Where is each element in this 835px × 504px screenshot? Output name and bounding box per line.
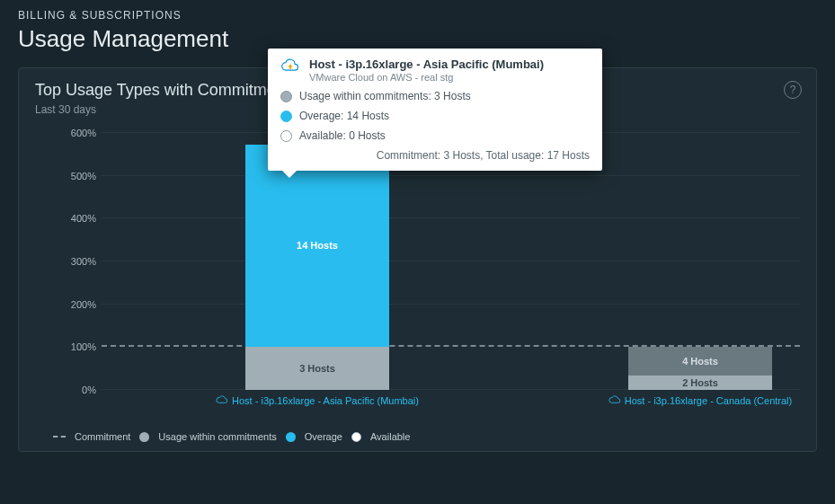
tooltip-title: Host - i3p.16xlarge - Asia Pacific (Mumb…: [309, 57, 544, 71]
bar-canada[interactable]: 4 Hosts 2 Hosts Host - i3p.16xlarge - Ca…: [628, 347, 772, 390]
tooltip-footer: Commitment: 3 Hosts, Total usage: 17 Hos…: [280, 149, 590, 162]
ytick-600: 600%: [53, 128, 96, 138]
chart-area: 0% 100% 200% 300% 400% 500% 600% 14 Hos: [53, 133, 800, 404]
tooltip-available-text: Available: 0 Hosts: [299, 129, 386, 142]
ytick-500: 500%: [53, 171, 96, 181]
help-icon[interactable]: ?: [784, 81, 802, 99]
chart-legend: Commitment Usage within commitments Over…: [53, 431, 410, 442]
gridline: [102, 175, 800, 176]
ytick-200: 200%: [53, 299, 96, 310]
tooltip-within-text: Usage within commitments: 3 Hosts: [299, 90, 471, 102]
host-icon: [608, 395, 621, 408]
ytick-0: 0%: [53, 385, 96, 395]
bar-segment-available: 4 Hosts: [628, 347, 772, 376]
tooltip-row-within: Usage within commitments: 3 Hosts: [280, 90, 590, 102]
bar-segment-within: 3 Hosts: [245, 347, 389, 390]
legend-available: Available: [370, 431, 410, 442]
legend-overage: Overage: [305, 431, 342, 442]
bar-segment-within: 2 Hosts: [628, 376, 772, 390]
gridline: [102, 304, 800, 305]
bar-segment-overage: 14 Hosts: [245, 145, 389, 347]
breadcrumb: BILLING & SUBSCRIPTIONS: [18, 9, 817, 22]
chart-tooltip: Host - i3p.16xlarge - Asia Pacific (Mumb…: [268, 49, 602, 171]
legend-within: Usage within commitments: [158, 431, 276, 442]
ytick-400: 400%: [53, 213, 96, 224]
bar-label-mumbai[interactable]: Host - i3p.16xlarge - Asia Pacific (Mumb…: [200, 395, 434, 408]
tooltip-row-available: Available: 0 Hosts: [280, 129, 590, 142]
ytick-100: 100%: [53, 341, 96, 352]
legend-commitment-icon: [53, 436, 66, 438]
tooltip-row-overage: Overage: 14 Hosts: [280, 110, 590, 122]
legend-commitment: Commitment: [75, 431, 130, 442]
dot-within-icon: [280, 91, 292, 102]
legend-overage-icon: [286, 432, 296, 442]
legend-available-icon: [351, 432, 361, 442]
bar-label-text: Host - i3p.16xlarge - Canada (Central): [625, 395, 792, 406]
plot-area: 0% 100% 200% 300% 400% 500% 600% 14 Hos: [102, 133, 800, 390]
host-icon: [216, 395, 228, 408]
dot-available-icon: [280, 130, 292, 142]
bar-label-text: Host - i3p.16xlarge - Asia Pacific (Mumb…: [232, 395, 419, 406]
bar-label-canada[interactable]: Host - i3p.16xlarge - Canada (Central): [583, 395, 817, 408]
legend-within-icon: [139, 432, 149, 442]
cloud-icon: [280, 57, 300, 83]
ytick-300: 300%: [53, 256, 96, 267]
gridline: [102, 217, 800, 218]
tooltip-subtitle: VMware Cloud on AWS - real stg: [309, 72, 544, 83]
tooltip-overage-text: Overage: 14 Hosts: [299, 110, 389, 122]
dot-overage-icon: [280, 111, 292, 122]
gridline: [102, 261, 800, 261]
bar-mumbai[interactable]: 14 Hosts 3 Hosts Host - i3p.16xlarge - A…: [245, 145, 389, 390]
